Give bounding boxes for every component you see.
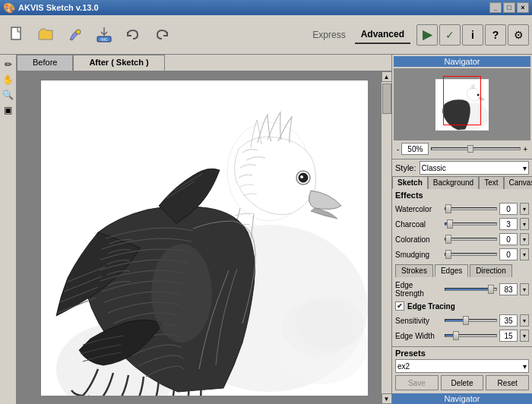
zoom-slider-handle[interactable] (467, 145, 473, 153)
edge-width-fill (445, 335, 453, 336)
new-button[interactable] (4, 21, 31, 49)
presets-section: Presets ex2 ▾ Save Delete Reset (392, 346, 532, 392)
strokes-tab[interactable]: Strokes (395, 264, 433, 277)
zoom-slider[interactable] (431, 147, 521, 150)
app-icon: 🎨 (3, 2, 15, 14)
coloration-label: Coloration (395, 235, 442, 244)
express-mode-button[interactable]: Express (306, 27, 351, 43)
sensitivity-handle[interactable] (463, 316, 469, 325)
help-button[interactable]: ? (485, 24, 506, 46)
before-tab[interactable]: Before (17, 55, 73, 71)
after-tab[interactable]: After ( Sketch ) (73, 55, 164, 71)
coloration-handle[interactable] (445, 235, 451, 244)
smudging-slider-row: Smudging 0 ▾ (392, 247, 532, 262)
info-button[interactable]: i (462, 24, 483, 46)
delete-preset-button[interactable]: Delete (441, 375, 484, 390)
canvas-tab[interactable]: Canvas (504, 176, 532, 189)
watercolor-value[interactable]: 0 (499, 203, 518, 215)
app-title: AKVIS Sketch v.13.0 (18, 3, 99, 12)
smudging-handle[interactable] (445, 250, 451, 259)
apply-button[interactable]: ✓ (439, 24, 461, 46)
eagle-image (41, 80, 368, 396)
sensitivity-slider-row: Sensitivity 35 ▾ (392, 313, 532, 328)
edge-strength-value[interactable]: 83 (499, 283, 518, 295)
charcoal-handle[interactable] (447, 219, 453, 229)
close-button[interactable]: × (517, 2, 529, 13)
text-tab[interactable]: Text (479, 176, 503, 189)
coloration-value[interactable]: 0 (499, 233, 518, 245)
smudging-value[interactable]: 0 (499, 248, 518, 260)
open-button[interactable] (33, 21, 60, 49)
canvas-view[interactable]: ▲ ▼ (17, 71, 391, 404)
edge-strength-handle[interactable] (488, 285, 494, 294)
edge-strength-arrow[interactable]: ▾ (520, 283, 529, 295)
style-row: Style: Classic ▾ (392, 159, 532, 176)
edge-width-slider[interactable] (445, 334, 497, 337)
minimize-button[interactable]: _ (489, 2, 502, 13)
charcoal-value[interactable]: 3 (499, 218, 518, 230)
style-label: Style: (395, 163, 416, 172)
redo-button[interactable] (148, 21, 176, 49)
sensitivity-arrow[interactable]: ▾ (520, 314, 529, 327)
maximize-button[interactable]: □ (503, 2, 515, 13)
scroll-thumb[interactable] (382, 84, 391, 114)
canvas-tabs: Before After ( Sketch ) (17, 55, 391, 71)
vertical-scrollbar[interactable]: ▲ ▼ (381, 71, 391, 404)
sensitivity-fill (445, 320, 463, 321)
undo-button[interactable] (119, 21, 147, 49)
direction-tab[interactable]: Direction (470, 264, 511, 277)
edge-strength-fill (445, 289, 488, 290)
style-dropdown[interactable]: Classic ▾ (420, 161, 529, 175)
edge-width-handle[interactable] (453, 331, 459, 340)
navigator-thumbnail (394, 68, 530, 140)
scroll-up-button[interactable]: ▲ (382, 71, 392, 82)
sensitivity-value[interactable]: 35 (499, 314, 518, 327)
zoom-out-button[interactable]: - (397, 145, 399, 153)
watercolor-label: Watercolor (395, 205, 442, 213)
presets-dropdown[interactable]: ex2 ▾ (395, 359, 529, 373)
coloration-arrow[interactable]: ▾ (520, 233, 529, 245)
style-arrow-icon: ▾ (523, 164, 527, 172)
watercolor-slider[interactable] (445, 207, 497, 210)
svg-point-8 (299, 173, 308, 182)
sensitivity-slider[interactable] (445, 319, 497, 322)
zoom-in-button[interactable]: + (523, 145, 527, 153)
zoom-tool[interactable]: 🔍 (2, 88, 15, 102)
rect-tool[interactable]: ▣ (2, 103, 15, 117)
sensitivity-label: Sensitivity (395, 317, 442, 325)
edge-width-arrow[interactable]: ▾ (520, 330, 529, 342)
watercolor-slider-row: Watercolor 0 ▾ (392, 201, 532, 216)
advanced-mode-button[interactable]: Advanced (355, 26, 410, 44)
svg-point-9 (300, 175, 303, 178)
settings-button[interactable]: ⚙ (508, 24, 529, 46)
run-button[interactable]: ▶ (416, 24, 438, 46)
edge-strength-slider[interactable] (445, 288, 497, 291)
watercolor-handle[interactable] (445, 204, 451, 213)
edge-width-value[interactable]: 15 (499, 330, 518, 342)
charcoal-arrow[interactable]: ▾ (520, 218, 529, 230)
coloration-slider[interactable] (445, 238, 497, 241)
sketch-tab[interactable]: Sketch (392, 176, 428, 189)
save-preset-button[interactable]: Save (395, 375, 439, 390)
window-controls[interactable]: _ □ × (489, 2, 529, 13)
main-area: ✏ ✋ 🔍 ▣ Before After ( Sketch ) (0, 55, 532, 404)
navigator-title: Navigator (394, 56, 530, 67)
pencil-tool[interactable]: ✏ (2, 58, 15, 71)
export-button[interactable]: IMG (90, 21, 118, 49)
edge-tracing-label: Edge Tracing (407, 302, 455, 311)
edges-tab[interactable]: Edges (435, 264, 468, 277)
edge-tracing-checkbox[interactable]: ✔ (395, 301, 404, 311)
background-tab[interactable]: Background (428, 176, 479, 189)
scroll-down-button[interactable]: ▼ (382, 393, 392, 404)
reset-preset-button[interactable]: Reset (486, 375, 529, 390)
right-panel: Navigator - 50% (391, 55, 532, 404)
zoom-value[interactable]: 50% (401, 143, 429, 155)
smudging-slider[interactable] (445, 253, 497, 256)
watercolor-arrow[interactable]: ▾ (520, 203, 529, 215)
hand-tool[interactable]: ✋ (2, 73, 15, 87)
checkmark-icon: ✔ (397, 302, 403, 310)
charcoal-slider[interactable] (445, 223, 497, 226)
smudging-arrow[interactable]: ▾ (520, 248, 529, 260)
paint-button[interactable] (62, 21, 89, 49)
left-toolbar: ✏ ✋ 🔍 ▣ (0, 55, 17, 404)
